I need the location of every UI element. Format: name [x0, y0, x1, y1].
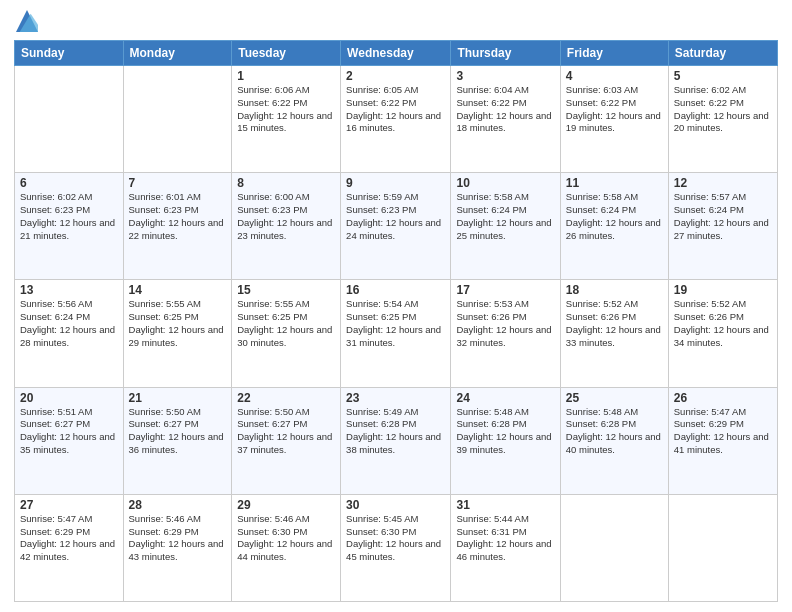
- day-number: 5: [674, 69, 772, 83]
- calendar-cell: 21Sunrise: 5:50 AM Sunset: 6:27 PM Dayli…: [123, 387, 232, 494]
- day-info: Sunrise: 5:47 AM Sunset: 6:29 PM Dayligh…: [674, 406, 772, 457]
- day-number: 28: [129, 498, 227, 512]
- week-row-4: 27Sunrise: 5:47 AM Sunset: 6:29 PM Dayli…: [15, 494, 778, 601]
- calendar-cell: 31Sunrise: 5:44 AM Sunset: 6:31 PM Dayli…: [451, 494, 560, 601]
- day-info: Sunrise: 5:50 AM Sunset: 6:27 PM Dayligh…: [129, 406, 227, 457]
- calendar-cell: 13Sunrise: 5:56 AM Sunset: 6:24 PM Dayli…: [15, 280, 124, 387]
- day-number: 9: [346, 176, 445, 190]
- day-info: Sunrise: 5:51 AM Sunset: 6:27 PM Dayligh…: [20, 406, 118, 457]
- calendar-cell: 20Sunrise: 5:51 AM Sunset: 6:27 PM Dayli…: [15, 387, 124, 494]
- calendar-cell: [668, 494, 777, 601]
- day-number: 21: [129, 391, 227, 405]
- day-info: Sunrise: 6:02 AM Sunset: 6:23 PM Dayligh…: [20, 191, 118, 242]
- day-info: Sunrise: 5:58 AM Sunset: 6:24 PM Dayligh…: [566, 191, 663, 242]
- calendar-cell: 23Sunrise: 5:49 AM Sunset: 6:28 PM Dayli…: [341, 387, 451, 494]
- day-number: 15: [237, 283, 335, 297]
- calendar-cell: 16Sunrise: 5:54 AM Sunset: 6:25 PM Dayli…: [341, 280, 451, 387]
- calendar-cell: [123, 66, 232, 173]
- day-info: Sunrise: 6:06 AM Sunset: 6:22 PM Dayligh…: [237, 84, 335, 135]
- calendar-cell: 14Sunrise: 5:55 AM Sunset: 6:25 PM Dayli…: [123, 280, 232, 387]
- calendar-header-row: SundayMondayTuesdayWednesdayThursdayFrid…: [15, 41, 778, 66]
- day-info: Sunrise: 5:55 AM Sunset: 6:25 PM Dayligh…: [129, 298, 227, 349]
- calendar-cell: 17Sunrise: 5:53 AM Sunset: 6:26 PM Dayli…: [451, 280, 560, 387]
- day-number: 30: [346, 498, 445, 512]
- col-header-friday: Friday: [560, 41, 668, 66]
- week-row-3: 20Sunrise: 5:51 AM Sunset: 6:27 PM Dayli…: [15, 387, 778, 494]
- day-info: Sunrise: 6:02 AM Sunset: 6:22 PM Dayligh…: [674, 84, 772, 135]
- calendar-cell: 27Sunrise: 5:47 AM Sunset: 6:29 PM Dayli…: [15, 494, 124, 601]
- day-info: Sunrise: 6:00 AM Sunset: 6:23 PM Dayligh…: [237, 191, 335, 242]
- calendar-cell: 30Sunrise: 5:45 AM Sunset: 6:30 PM Dayli…: [341, 494, 451, 601]
- day-number: 22: [237, 391, 335, 405]
- day-number: 26: [674, 391, 772, 405]
- day-number: 25: [566, 391, 663, 405]
- day-info: Sunrise: 5:48 AM Sunset: 6:28 PM Dayligh…: [456, 406, 554, 457]
- day-info: Sunrise: 5:48 AM Sunset: 6:28 PM Dayligh…: [566, 406, 663, 457]
- calendar-cell: 15Sunrise: 5:55 AM Sunset: 6:25 PM Dayli…: [232, 280, 341, 387]
- day-number: 6: [20, 176, 118, 190]
- logo-icon: [16, 10, 38, 32]
- week-row-0: 1Sunrise: 6:06 AM Sunset: 6:22 PM Daylig…: [15, 66, 778, 173]
- day-number: 13: [20, 283, 118, 297]
- col-header-thursday: Thursday: [451, 41, 560, 66]
- day-number: 16: [346, 283, 445, 297]
- day-info: Sunrise: 6:01 AM Sunset: 6:23 PM Dayligh…: [129, 191, 227, 242]
- calendar-cell: 25Sunrise: 5:48 AM Sunset: 6:28 PM Dayli…: [560, 387, 668, 494]
- day-number: 4: [566, 69, 663, 83]
- day-number: 19: [674, 283, 772, 297]
- day-number: 10: [456, 176, 554, 190]
- day-info: Sunrise: 5:44 AM Sunset: 6:31 PM Dayligh…: [456, 513, 554, 564]
- day-number: 12: [674, 176, 772, 190]
- page: SundayMondayTuesdayWednesdayThursdayFrid…: [0, 0, 792, 612]
- week-row-2: 13Sunrise: 5:56 AM Sunset: 6:24 PM Dayli…: [15, 280, 778, 387]
- day-number: 2: [346, 69, 445, 83]
- day-info: Sunrise: 5:46 AM Sunset: 6:29 PM Dayligh…: [129, 513, 227, 564]
- day-number: 18: [566, 283, 663, 297]
- day-number: 23: [346, 391, 445, 405]
- calendar-cell: 22Sunrise: 5:50 AM Sunset: 6:27 PM Dayli…: [232, 387, 341, 494]
- calendar-cell: 11Sunrise: 5:58 AM Sunset: 6:24 PM Dayli…: [560, 173, 668, 280]
- day-info: Sunrise: 5:45 AM Sunset: 6:30 PM Dayligh…: [346, 513, 445, 564]
- header: [14, 10, 778, 32]
- day-info: Sunrise: 6:03 AM Sunset: 6:22 PM Dayligh…: [566, 84, 663, 135]
- day-info: Sunrise: 6:05 AM Sunset: 6:22 PM Dayligh…: [346, 84, 445, 135]
- calendar-cell: 2Sunrise: 6:05 AM Sunset: 6:22 PM Daylig…: [341, 66, 451, 173]
- calendar-cell: 18Sunrise: 5:52 AM Sunset: 6:26 PM Dayli…: [560, 280, 668, 387]
- calendar-cell: 7Sunrise: 6:01 AM Sunset: 6:23 PM Daylig…: [123, 173, 232, 280]
- day-number: 1: [237, 69, 335, 83]
- col-header-wednesday: Wednesday: [341, 41, 451, 66]
- day-number: 17: [456, 283, 554, 297]
- day-info: Sunrise: 5:53 AM Sunset: 6:26 PM Dayligh…: [456, 298, 554, 349]
- calendar-cell: 8Sunrise: 6:00 AM Sunset: 6:23 PM Daylig…: [232, 173, 341, 280]
- day-info: Sunrise: 5:47 AM Sunset: 6:29 PM Dayligh…: [20, 513, 118, 564]
- day-info: Sunrise: 5:50 AM Sunset: 6:27 PM Dayligh…: [237, 406, 335, 457]
- day-info: Sunrise: 5:57 AM Sunset: 6:24 PM Dayligh…: [674, 191, 772, 242]
- calendar-cell: 28Sunrise: 5:46 AM Sunset: 6:29 PM Dayli…: [123, 494, 232, 601]
- calendar-cell: 29Sunrise: 5:46 AM Sunset: 6:30 PM Dayli…: [232, 494, 341, 601]
- calendar-cell: [560, 494, 668, 601]
- day-number: 29: [237, 498, 335, 512]
- calendar-cell: 24Sunrise: 5:48 AM Sunset: 6:28 PM Dayli…: [451, 387, 560, 494]
- calendar-cell: 26Sunrise: 5:47 AM Sunset: 6:29 PM Dayli…: [668, 387, 777, 494]
- day-info: Sunrise: 5:52 AM Sunset: 6:26 PM Dayligh…: [566, 298, 663, 349]
- day-number: 24: [456, 391, 554, 405]
- day-number: 11: [566, 176, 663, 190]
- calendar-cell: 3Sunrise: 6:04 AM Sunset: 6:22 PM Daylig…: [451, 66, 560, 173]
- calendar-cell: 6Sunrise: 6:02 AM Sunset: 6:23 PM Daylig…: [15, 173, 124, 280]
- day-info: Sunrise: 5:49 AM Sunset: 6:28 PM Dayligh…: [346, 406, 445, 457]
- calendar-cell: 12Sunrise: 5:57 AM Sunset: 6:24 PM Dayli…: [668, 173, 777, 280]
- col-header-tuesday: Tuesday: [232, 41, 341, 66]
- col-header-saturday: Saturday: [668, 41, 777, 66]
- day-number: 14: [129, 283, 227, 297]
- calendar-cell: 4Sunrise: 6:03 AM Sunset: 6:22 PM Daylig…: [560, 66, 668, 173]
- day-info: Sunrise: 5:55 AM Sunset: 6:25 PM Dayligh…: [237, 298, 335, 349]
- day-number: 20: [20, 391, 118, 405]
- calendar-table: SundayMondayTuesdayWednesdayThursdayFrid…: [14, 40, 778, 602]
- day-info: Sunrise: 5:58 AM Sunset: 6:24 PM Dayligh…: [456, 191, 554, 242]
- day-info: Sunrise: 5:54 AM Sunset: 6:25 PM Dayligh…: [346, 298, 445, 349]
- day-number: 27: [20, 498, 118, 512]
- day-info: Sunrise: 5:52 AM Sunset: 6:26 PM Dayligh…: [674, 298, 772, 349]
- day-number: 31: [456, 498, 554, 512]
- day-info: Sunrise: 5:46 AM Sunset: 6:30 PM Dayligh…: [237, 513, 335, 564]
- calendar-cell: 19Sunrise: 5:52 AM Sunset: 6:26 PM Dayli…: [668, 280, 777, 387]
